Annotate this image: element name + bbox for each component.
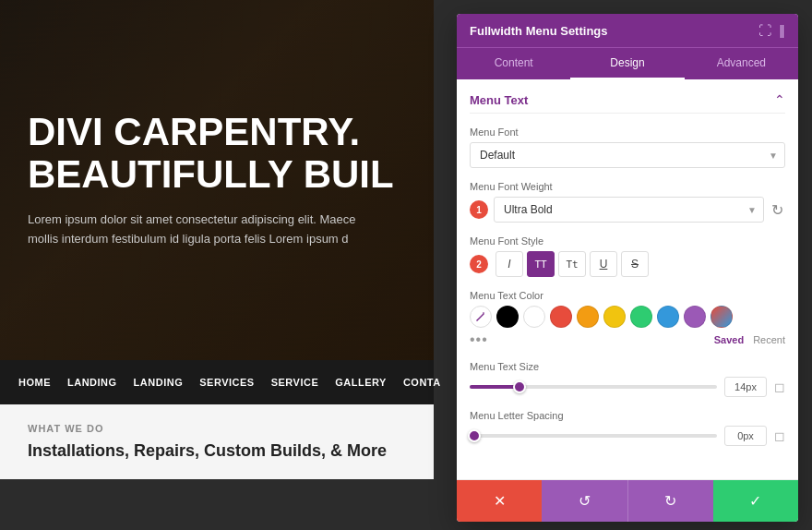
- color-swatch-gradient[interactable]: [710, 306, 733, 328]
- menu-font-weight-select[interactable]: Ultra Bold Regular Bold Light: [494, 197, 764, 223]
- menu-letter-spacing-label: Menu Letter Spacing: [470, 410, 785, 421]
- color-more-button[interactable]: •••: [470, 331, 488, 348]
- panel-header: Fullwidth Menu Settings ⛶ ‖: [457, 14, 798, 47]
- menu-font-select[interactable]: Default: [470, 142, 785, 168]
- menu-text-color-label: Menu Text Color: [470, 290, 785, 301]
- hero-body: Lorem ipsum dolor sit amet consectetur a…: [28, 211, 378, 249]
- hero-content: DIVI CARPENTRY. BEAUTIFULLY BUIL Lorem i…: [28, 111, 406, 249]
- hero-section: DIVI CARPENTRY. BEAUTIFULLY BUIL Lorem i…: [0, 0, 434, 360]
- nav-bar: HOME LANDING LANDING SERVICES SERVICE GA…: [0, 360, 434, 404]
- color-swatch-black[interactable]: [496, 306, 519, 328]
- badge-1: 1: [470, 200, 488, 219]
- color-swatch-white[interactable]: [523, 306, 545, 328]
- nav-item-gallery[interactable]: GALLERY: [335, 377, 387, 388]
- tab-design[interactable]: Design: [570, 48, 684, 79]
- fullscreen-icon[interactable]: ⛶: [758, 23, 771, 38]
- tab-advanced[interactable]: Advanced: [685, 48, 798, 79]
- menu-letter-spacing-group: Menu Letter Spacing 0px ◻: [470, 410, 785, 446]
- nav-item-service[interactable]: SERVICE: [271, 377, 319, 388]
- reset-button[interactable]: ↺: [542, 480, 627, 522]
- style-underline-button[interactable]: U: [590, 251, 617, 277]
- responsive-icon-spacing[interactable]: ◻: [774, 428, 785, 443]
- color-swatch-yellow[interactable]: [603, 306, 626, 328]
- color-swatch-purple[interactable]: [684, 306, 706, 328]
- badge-2: 2: [470, 255, 488, 273]
- menu-font-label: Menu Font: [470, 126, 785, 138]
- menu-font-select-wrapper: Default ▼: [470, 142, 785, 168]
- nav-item-landing2[interactable]: LANDING: [134, 377, 184, 388]
- save-button[interactable]: ✓: [713, 480, 798, 522]
- menu-font-style-group: Menu Font Style 2 I TT Tt U S: [470, 235, 785, 277]
- style-strike-button[interactable]: S: [621, 251, 649, 277]
- section-chevron-icon[interactable]: ⌃: [774, 92, 785, 107]
- menu-letter-spacing-slider-row: 0px ◻: [470, 426, 785, 446]
- color-swatch-blue[interactable]: [657, 306, 679, 328]
- font-weight-select-wrapper: Ultra Bold Regular Bold Light ▼: [494, 197, 764, 223]
- content-section: WHAT WE DO Installations, Repairs, Custo…: [0, 404, 434, 479]
- columns-icon[interactable]: ‖: [779, 23, 785, 38]
- menu-letter-spacing-track: [470, 434, 717, 438]
- color-recent-label[interactable]: Recent: [753, 334, 785, 345]
- nav-item-landing1[interactable]: LANDING: [67, 377, 117, 388]
- menu-font-weight-label: Menu Font Weight: [470, 181, 785, 192]
- color-swatches: [470, 306, 785, 328]
- menu-text-size-input[interactable]: 14px: [724, 377, 767, 397]
- menu-letter-spacing-input[interactable]: 0px: [724, 426, 767, 446]
- panel-body: Menu Text ⌃ Menu Font Default ▼ Menu Fon…: [457, 79, 798, 479]
- menu-letter-spacing-thumb[interactable]: [468, 429, 481, 442]
- color-saved-recent: Saved Recent: [714, 334, 785, 345]
- font-weight-reset-button[interactable]: ↻: [770, 199, 785, 221]
- nav-item-contact[interactable]: CONTA: [403, 377, 441, 388]
- panel-tabs: Content Design Advanced: [457, 47, 798, 79]
- menu-font-group: Menu Font Default ▼: [470, 126, 785, 168]
- menu-text-size-track: [470, 385, 717, 389]
- section-header: Menu Text ⌃: [470, 92, 785, 114]
- color-swatch-red[interactable]: [550, 306, 572, 328]
- panel-footer: ✕ ↺ ↻ ✓: [457, 479, 798, 522]
- color-swatch-orange[interactable]: [577, 306, 599, 328]
- panel-title: Fullwidth Menu Settings: [470, 24, 608, 38]
- responsive-icon-size[interactable]: ◻: [774, 379, 785, 394]
- font-weight-row: 1 Ultra Bold Regular Bold Light ▼ ↻: [470, 197, 785, 223]
- style-italic-button[interactable]: I: [496, 251, 523, 277]
- content-label: WHAT WE DO: [28, 423, 406, 434]
- color-saved-label[interactable]: Saved: [714, 334, 744, 345]
- menu-text-color-group: Menu Text Color ••• Saved Recent: [470, 290, 785, 348]
- hero-title: DIVI CARPENTRY. BEAUTIFULLY BUIL: [28, 111, 406, 196]
- font-style-row: 2 I TT Tt U S: [470, 251, 785, 277]
- tab-content[interactable]: Content: [457, 48, 570, 79]
- style-capitalize-button[interactable]: Tt: [558, 251, 586, 277]
- menu-text-size-fill: [470, 385, 519, 389]
- color-swatch-green[interactable]: [630, 306, 652, 328]
- redo-button[interactable]: ↻: [627, 480, 713, 522]
- section-title: Menu Text: [470, 93, 528, 107]
- cancel-button[interactable]: ✕: [457, 480, 542, 522]
- menu-text-size-group: Menu Text Size 14px ◻: [470, 361, 785, 397]
- menu-text-size-slider-row: 14px ◻: [470, 377, 785, 397]
- panel-header-icons: ⛶ ‖: [758, 23, 785, 38]
- menu-text-size-label: Menu Text Size: [470, 361, 785, 372]
- content-heading: Installations, Repairs, Custom Builds, &…: [28, 441, 406, 461]
- nav-item-services[interactable]: SERVICES: [199, 377, 254, 388]
- menu-font-weight-group: Menu Font Weight 1 Ultra Bold Regular Bo…: [470, 181, 785, 223]
- menu-text-size-thumb[interactable]: [513, 380, 526, 393]
- settings-panel: Fullwidth Menu Settings ⛶ ‖ Content Desi…: [457, 14, 798, 522]
- nav-item-home[interactable]: HOME: [18, 377, 51, 388]
- color-picker-button[interactable]: [470, 306, 492, 328]
- style-bold-button[interactable]: TT: [527, 251, 555, 277]
- menu-font-style-label: Menu Font Style: [470, 235, 785, 247]
